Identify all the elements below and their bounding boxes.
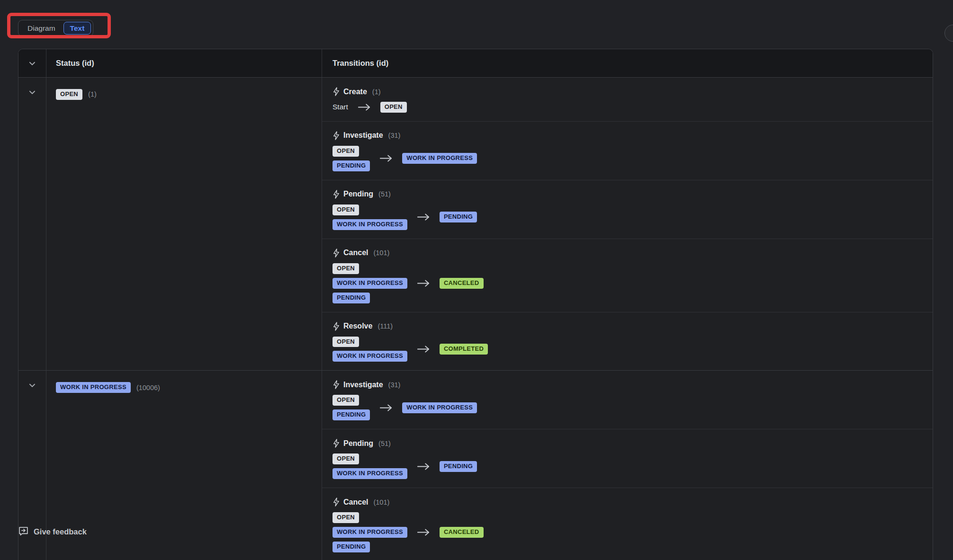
transitions-cell: Create(1)StartOPENInvestigate(31)OPENPEN… [322,78,933,370]
transition-count: (101) [373,249,389,257]
transition-name: Pending [343,439,373,448]
transition-count: (51) [378,440,391,447]
status-badge: OPEN [56,89,82,100]
transition-count: (51) [378,190,391,198]
chevron-down-icon[interactable] [28,59,36,68]
lightning-icon [333,439,340,448]
lightning-icon [333,322,340,331]
target-status-badge: OPEN [380,102,407,113]
table-row: WORK IN PROGRESS(10006)Investigate(31)OP… [18,371,933,560]
source-status-badge: OPEN [333,395,359,406]
transition-group: Investigate(31)OPENPENDINGWORK IN PROGRE… [322,371,933,429]
arrow-right-icon [417,528,430,536]
transition-sources: Start [333,103,348,111]
transition-group: Pending(51)OPENWORK IN PROGRESSPENDING [322,180,933,239]
arrow-right-icon [379,154,393,162]
transitions-column-header: Transitions (id) [333,49,933,77]
transition-count: (111) [378,322,393,330]
source-status-badge: OPEN [333,337,359,347]
source-status-badge: WORK IN PROGRESS [333,468,407,479]
table-row: OPEN(1)Create(1)StartOPENInvestigate(31)… [18,78,933,371]
lightning-icon [333,380,340,389]
target-status-badge: PENDING [440,212,477,222]
chevron-down-icon[interactable] [28,381,36,390]
workflow-text-view: Diagram Text Status (id) Transitions (id… [0,0,953,560]
transition-sources: OPENPENDING [333,146,370,171]
feedback-bubble-icon [18,525,29,538]
transition-count: (31) [388,132,401,139]
lightning-icon [333,498,340,507]
transition-sources: OPENWORK IN PROGRESS [333,204,407,230]
transition-name: Investigate [343,131,383,140]
transition-name: Investigate [343,381,383,389]
target-status-badge: CANCELED [440,278,484,289]
transition-name: Pending [343,190,373,198]
transition-count: (1) [372,88,381,96]
transition-group: Cancel(101)OPENWORK IN PROGRESSPENDINGCA… [322,239,933,312]
transition-sources: OPENWORK IN PROGRESS [333,337,407,362]
transition-sources: OPENPENDING [333,395,370,420]
lightning-icon [333,249,340,258]
source-label: Start [333,103,348,111]
source-status-badge: WORK IN PROGRESS [333,278,407,289]
source-status-badge: PENDING [333,542,370,552]
target-status-badge: CANCELED [440,527,484,538]
transition-sources: OPENWORK IN PROGRESS [333,453,407,479]
header-status-cell: Status (id) [46,49,322,77]
status-id: (10006) [136,384,160,391]
lightning-icon [333,87,340,96]
transition-sources: OPENWORK IN PROGRESSPENDING [333,263,407,303]
transition-count: (31) [388,381,401,389]
status-column-header: Status (id) [56,49,322,77]
arrow-right-icon [358,103,371,111]
source-status-badge: WORK IN PROGRESS [333,219,407,230]
lightning-icon [333,190,340,199]
source-status-badge: WORK IN PROGRESS [333,351,407,362]
toggle-diagram[interactable]: Diagram [20,22,63,35]
transitions-cell: Investigate(31)OPENPENDINGWORK IN PROGRE… [322,371,933,560]
arrow-right-icon [417,345,430,353]
table-body: OPEN(1)Create(1)StartOPENInvestigate(31)… [18,78,933,560]
source-status-badge: OPEN [333,512,359,523]
lightning-icon [333,131,340,140]
transition-group: Create(1)StartOPEN [322,78,933,121]
transition-group: Investigate(31)OPENPENDINGWORK IN PROGRE… [322,121,933,180]
target-status-badge: COMPLETED [440,344,488,355]
header-transitions-cell: Transitions (id) [322,49,933,77]
target-status-badge: WORK IN PROGRESS [402,402,477,413]
source-status-badge: PENDING [333,160,370,171]
arrow-right-icon [417,279,430,287]
target-status-badge: PENDING [440,461,477,472]
source-status-badge: PENDING [333,409,370,420]
status-badge: WORK IN PROGRESS [56,382,131,393]
toggle-text[interactable]: Text [63,22,91,35]
source-status-badge: WORK IN PROGRESS [333,527,407,538]
chevron-down-icon[interactable] [28,88,36,97]
source-status-badge: OPEN [333,146,359,157]
status-cell: WORK IN PROGRESS(10006) [46,371,322,560]
target-status-badge: WORK IN PROGRESS [402,153,477,164]
transition-sources: OPENWORK IN PROGRESSPENDING [333,512,407,552]
status-cell: OPEN(1) [46,78,322,370]
give-feedback-label: Give feedback [34,527,87,536]
transition-group: Cancel(101)OPENWORK IN PROGRESSPENDINGCA… [322,488,933,560]
transition-name: Create [343,88,367,96]
give-feedback-button[interactable]: Give feedback [18,525,87,538]
transition-name: Resolve [343,322,372,330]
source-status-badge: OPEN [333,263,359,274]
view-mode-toggle: Diagram Text [18,20,93,36]
row-collapse-cell [18,78,46,370]
transition-name: Cancel [343,249,368,257]
header-collapse-cell [18,49,46,77]
workflow-table: Status (id) Transitions (id) OPEN(1)Crea… [18,49,933,560]
source-status-badge: OPEN [333,204,359,215]
transition-name: Cancel [343,498,368,507]
arrow-right-icon [379,404,393,412]
transition-group: Resolve(111)OPENWORK IN PROGRESSCOMPLETE… [322,312,933,371]
arrow-right-icon [417,462,430,471]
source-status-badge: OPEN [333,453,359,464]
transition-group: Pending(51)OPENWORK IN PROGRESSPENDING [322,429,933,488]
status-id: (1) [88,90,97,98]
table-header-row: Status (id) Transitions (id) [18,49,933,78]
side-panel-handle[interactable] [944,25,953,42]
